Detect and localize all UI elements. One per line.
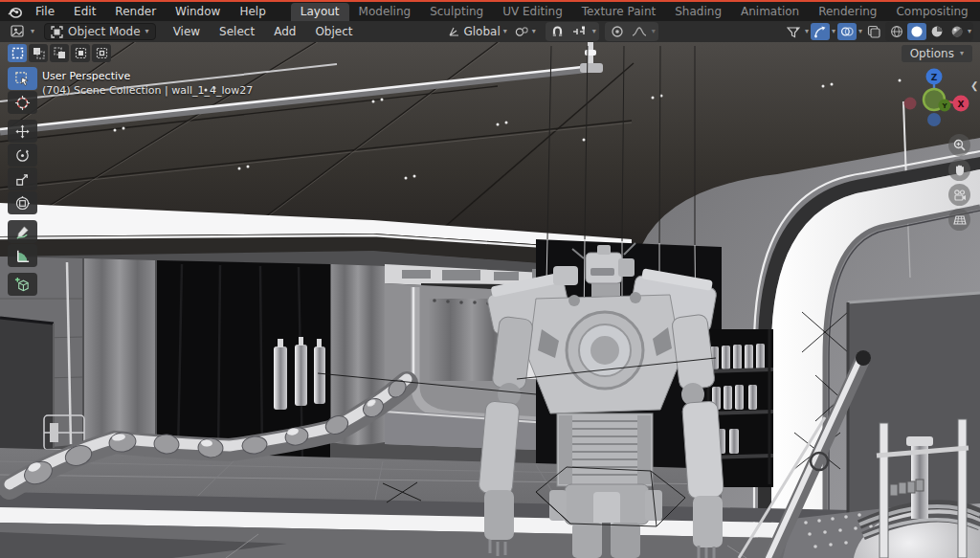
chevron-down-icon: ▾ [503, 28, 507, 35]
tool-cursor[interactable] [8, 91, 37, 114]
menu-select[interactable]: Select [210, 24, 264, 39]
chevron-down-icon[interactable]: ▾ [652, 28, 656, 35]
blender-logo-icon[interactable] [8, 4, 22, 19]
select-mode-intersect-icon[interactable] [92, 44, 111, 62]
pan-button[interactable] [948, 159, 970, 181]
robot-abdomen [557, 413, 653, 486]
overlays-icon [840, 25, 854, 38]
3d-viewport[interactable]: Options ▾ [0, 42, 980, 558]
object-visibility-filter-icon[interactable] [784, 23, 803, 40]
curtain-gray-left[interactable] [84, 258, 155, 450]
perspective-grid-icon [953, 214, 967, 226]
gizmo-axis-neg-x[interactable] [904, 98, 917, 110]
menu-view[interactable]: View [164, 24, 210, 39]
select-mode-invert-icon[interactable] [71, 44, 90, 62]
chevron-down-icon: ▾ [960, 50, 964, 57]
magnifier-plus-icon [953, 139, 966, 151]
floor-canisters[interactable] [274, 337, 325, 410]
view-name-label: User Perspective [42, 69, 253, 83]
tab-animation[interactable]: Animation [731, 3, 809, 21]
viewport-editor-icon [11, 25, 28, 38]
orientation-icon [448, 26, 460, 37]
falloff-curve-icon[interactable] [630, 23, 649, 40]
proportional-editing-icon[interactable] [608, 23, 627, 40]
menu-edit[interactable]: Edit [64, 4, 105, 19]
tool-transform[interactable] [8, 191, 37, 214]
top-menubar: File Edit Render Window Help Layout Mode… [0, 2, 980, 21]
menu-object[interactable]: Object [305, 24, 362, 39]
tool-annotate[interactable] [8, 220, 37, 243]
menu-window[interactable]: Window [166, 4, 230, 19]
menu-file[interactable]: File [26, 4, 64, 19]
chevron-down-icon: ▾ [145, 28, 149, 35]
show-gizmo-toggle[interactable] [811, 23, 830, 40]
menu-render[interactable]: Render [105, 4, 166, 19]
transform-orientation-dropdown[interactable]: Global ▾ [444, 24, 510, 39]
editor-type-selector[interactable]: ▾ [7, 24, 38, 39]
gizmo-y-label: Y [941, 102, 947, 110]
snap-target-icon[interactable] [570, 23, 590, 40]
gizmo-icon [813, 25, 827, 38]
zoom-button[interactable] [948, 134, 970, 156]
gizmo-axis-neg-z[interactable] [927, 113, 941, 126]
chevron-down-icon[interactable]: ▾ [592, 28, 596, 35]
shading-solid-icon[interactable] [907, 23, 926, 40]
tab-sculpting[interactable]: Sculpting [420, 3, 493, 21]
show-overlays-toggle[interactable] [837, 23, 857, 40]
dark-panel-left[interactable] [0, 318, 54, 456]
tab-uv-editing[interactable]: UV Editing [493, 3, 572, 21]
toggle-xray-icon[interactable] [864, 23, 883, 40]
hand-icon [953, 164, 966, 176]
mode-selector[interactable]: Object Mode ▾ [44, 23, 156, 40]
chevron-down-icon[interactable]: ▾ [968, 28, 971, 35]
snap-toggle-magnet-icon[interactable] [548, 23, 568, 40]
options-label: Options [910, 47, 954, 60]
select-mode-subtract-icon[interactable] [50, 44, 69, 62]
tab-layout[interactable]: Layout [291, 3, 349, 21]
toggle-perspective-button[interactable] [948, 209, 970, 231]
shading-rendered-icon[interactable] [947, 23, 967, 40]
camera-icon [953, 190, 967, 201]
menu-help[interactable]: Help [230, 4, 275, 19]
chevron-down-icon[interactable]: ▾ [832, 28, 835, 35]
tool-measure[interactable] [8, 244, 37, 267]
select-mode-set-icon[interactable] [8, 44, 27, 62]
active-object-label: (704) Scene Collection | wall_1_4_low27 [42, 83, 253, 98]
shading-material-icon[interactable] [927, 23, 947, 40]
sidebar-toggle-icon[interactable]: ❮ [970, 80, 978, 91]
tool-scale[interactable] [8, 167, 37, 190]
tab-rendering[interactable]: Rendering [809, 3, 886, 21]
select-mode-toolbar [8, 44, 111, 62]
viewport-nav-buttons [948, 134, 970, 231]
chevron-down-icon[interactable]: ▾ [805, 28, 809, 35]
viewport-3d-scene[interactable] [0, 42, 980, 558]
gizmo-x-label: X [958, 100, 965, 109]
navigation-gizmo[interactable]: Y Z X [902, 63, 976, 138]
snapping-group: ▾ [546, 22, 599, 41]
shading-mode-group: ▾ [885, 22, 973, 41]
tool-select-box[interactable] [8, 67, 37, 90]
tool-add-cube[interactable] [8, 273, 37, 296]
workspace-tabs: Layout Modeling Sculpting UV Editing Tex… [291, 2, 980, 21]
tab-shading[interactable]: Shading [665, 3, 731, 21]
mode-label: Object Mode [68, 25, 141, 38]
tab-modeling[interactable]: Modeling [349, 3, 421, 21]
tool-move[interactable] [8, 120, 37, 143]
tab-compositing[interactable]: Compositing [886, 3, 977, 21]
tab-texture-paint[interactable]: Texture Paint [572, 3, 665, 21]
menu-add[interactable]: Add [264, 24, 305, 39]
select-mode-extend-icon[interactable] [29, 44, 48, 62]
pivot-point-dropdown[interactable]: ▾ [511, 25, 540, 39]
tool-rotate[interactable] [8, 144, 37, 167]
chevron-down-icon[interactable]: ▾ [858, 28, 862, 35]
camera-view-button[interactable] [948, 184, 970, 206]
pivot-icon [515, 26, 529, 38]
proportional-edit-group: ▾ [605, 22, 658, 41]
gizmo-z-label: Z [931, 73, 938, 82]
orientation-label: Global [463, 25, 500, 38]
shading-wireframe-icon[interactable] [887, 23, 906, 40]
options-dropdown[interactable]: Options ▾ [902, 45, 972, 62]
chevron-down-icon: ▾ [31, 28, 34, 35]
chevron-down-icon: ▾ [532, 28, 536, 35]
viewport-header: ▾ Object Mode ▾ View Select Add Object G… [0, 21, 980, 42]
